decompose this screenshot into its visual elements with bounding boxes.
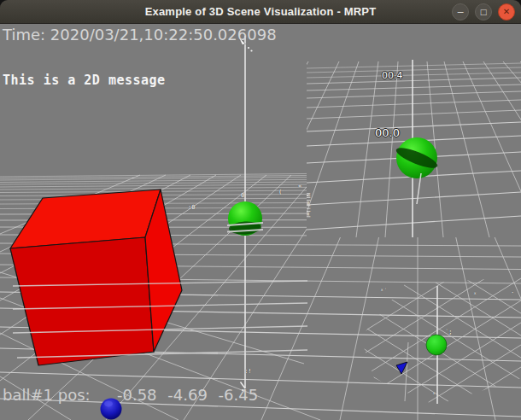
time-overlay-text: Time: 2020/03/21,10:22:50.026098 [3,26,277,44]
axis-tick-paren-b: « [298,183,301,190]
axis-tick-top: 0 [241,192,244,199]
ball-position-label: ball#1 pos: [3,386,91,404]
tr-edge-ticks: N||≡|||≡| [307,193,310,218]
axis-tick-paren-a: ( [278,189,282,195]
green-sphere-topdown [426,335,447,355]
titlebar[interactable]: Example of 3D Scene Visualization - MRPT… [0,0,521,24]
window-controls: − □ ✕ [452,3,515,20]
axis-tick-zero: :0 [188,204,195,211]
maximize-button[interactable]: □ [475,3,492,20]
viewport-bottom-right[interactable]: ˣ˙ ˣ ˙; ˣ. · [352,277,521,420]
br-grid-canvas [352,277,521,420]
green-sphere-clone [393,134,444,211]
br-tick-3: ˙; [445,329,452,335]
br-tick-4: ˣ. [432,391,439,398]
app-window: Example of 3D Scene Visualization - MRPT… [0,0,521,420]
br-tick-1: ˣ˙ [380,288,387,295]
minimize-button[interactable]: − [452,3,469,20]
tr-label-far: 00.4 [382,70,403,81]
red-cube [10,190,182,365]
close-button[interactable]: ✕ [498,3,515,20]
br-tick-5: · [511,289,514,296]
ball-position-values: -0.58 -4.69 -6.45 [117,386,258,404]
axis-tick-bottom: :! [244,368,251,375]
br-tick-2: ˣ [473,291,477,298]
viewport-top-right[interactable]: 00.4 00.0 N||≡|||≡| [307,46,521,237]
main-3d-viewport[interactable]: Time: 2020/03/21,10:22:50.026098 This is… [0,24,521,420]
window-title: Example of 3D Scene Visualization - MRPT [145,5,377,18]
